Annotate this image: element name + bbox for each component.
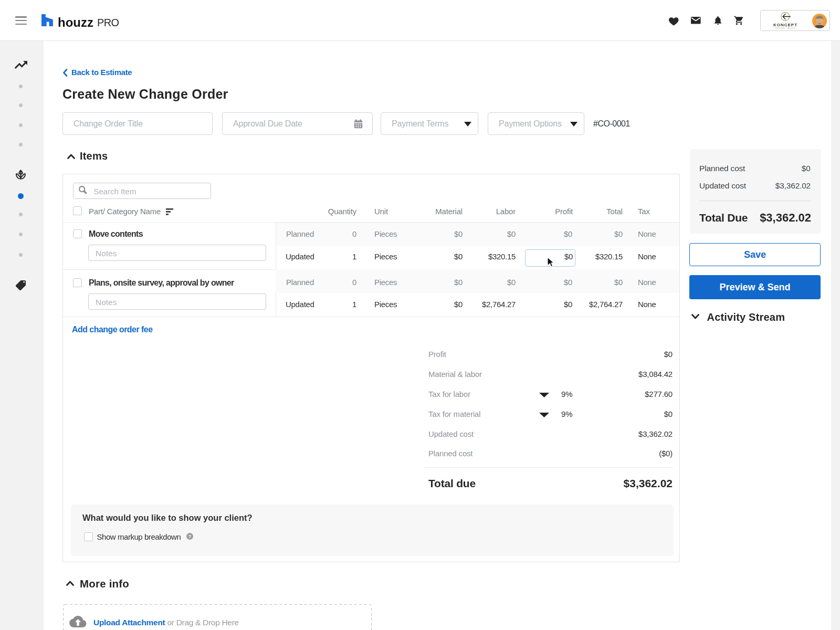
svg-text:?: ? [188,533,192,539]
